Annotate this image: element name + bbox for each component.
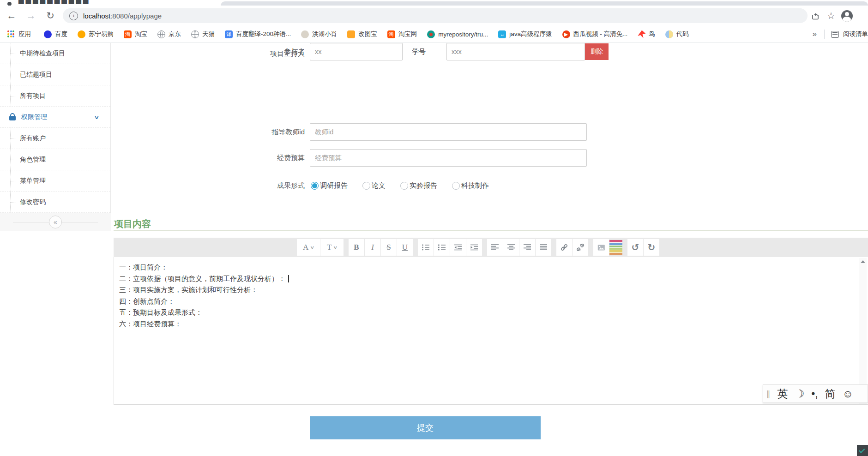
outcome-option[interactable]: 调研报告: [311, 181, 348, 190]
bookmark-label: 天猫: [202, 30, 215, 38]
editor-line: 一：项目简介：: [119, 262, 854, 273]
bookmark-label: java高级程序猿: [509, 30, 552, 38]
ime-mode-icon[interactable]: •,: [811, 389, 818, 399]
radio-icon[interactable]: [362, 182, 370, 190]
bookmark-item[interactable]: 京东: [157, 30, 181, 38]
sidebar-item[interactable]: 菜单管理 ∨: [0, 170, 110, 192]
italic-button[interactable]: I: [365, 239, 380, 256]
outcome-option[interactable]: 实验报告: [400, 181, 437, 190]
sidebar-item[interactable]: 所有项目 ∨: [0, 85, 110, 107]
bookmarks-overflow-chevron[interactable]: »: [813, 30, 817, 39]
ime-mode-icon[interactable]: 英: [778, 389, 788, 399]
redo-icon[interactable]: ↻: [644, 239, 659, 256]
bookmark-list: 百度 苏宁易购 淘 淘宝 京东 天猫 译 百: [34, 30, 689, 38]
reload-button[interactable]: ↻: [42, 8, 58, 24]
teacher-id-input[interactable]: [310, 123, 587, 141]
indent-icon[interactable]: [466, 239, 482, 256]
bookmark-item[interactable]: myrepository/tru...: [427, 30, 488, 38]
submit-button[interactable]: 提交: [310, 416, 541, 439]
sidebar-item[interactable]: 所有账户 ∨: [0, 128, 110, 149]
ime-mode-icon[interactable]: ☽: [795, 389, 805, 399]
ime-drag-handle[interactable]: ∥: [766, 389, 771, 399]
editor-content[interactable]: 一：项目简介： 二：立项依据（项目的意义，前期工作及现状分析）： 三：项目实施方…: [114, 257, 868, 405]
bookmark-item[interactable]: 改图宝: [347, 30, 377, 38]
align-left-icon[interactable]: [487, 239, 503, 256]
underline-button[interactable]: U: [397, 239, 413, 256]
outcome-option-label: 调研报告: [320, 181, 348, 190]
tab-strip-background: [221, 1, 868, 6]
reading-list-icon[interactable]: [831, 31, 839, 38]
align-right-icon[interactable]: [519, 239, 535, 256]
ime-mode-icon[interactable]: ☺: [843, 389, 853, 399]
bookmark-favicon: [191, 30, 199, 38]
bookmark-item[interactable]: 代码: [665, 30, 689, 38]
bookmark-apps-label[interactable]: 应用: [18, 30, 31, 38]
bookmark-item[interactable]: ▶ 西瓜视频 - 高清免...: [562, 30, 628, 38]
radio-icon[interactable]: [311, 182, 319, 190]
bookmark-item[interactable]: ᴗ java高级程序猿: [498, 30, 552, 38]
bullet-list-icon[interactable]: [418, 239, 434, 256]
radio-icon[interactable]: [400, 182, 408, 190]
bookmark-item[interactable]: 淘 淘宝网: [387, 30, 417, 38]
ime-toolbar[interactable]: ∥ 英☽•,简☺: [763, 384, 868, 403]
bookmark-item[interactable]: 译 百度翻译-200种语...: [225, 30, 291, 38]
collapse-icon[interactable]: «: [49, 216, 62, 228]
corner-widget-icon[interactable]: [857, 445, 868, 456]
participant-row: 参与者 学号 删除: [111, 43, 609, 60]
participant-name-input[interactable]: [310, 43, 403, 60]
browser-tab[interactable]: ▆▆▆▆▆▆▆▆▆▆: [0, 0, 217, 6]
budget-input[interactable]: [310, 149, 587, 167]
bookmark-item[interactable]: 鸟: [638, 30, 655, 38]
url-text: localhost:8080/applypage: [83, 12, 162, 20]
sidebar-item-label: 权限管理: [21, 113, 47, 121]
bookmark-favicon: [427, 30, 435, 38]
bookmark-item[interactable]: 淘 淘宝: [124, 30, 147, 38]
sidebar-item[interactable]: 中期待检查项目 ∨: [0, 43, 110, 64]
apps-grid-icon[interactable]: [7, 30, 15, 38]
forward-button[interactable]: →: [23, 8, 39, 24]
outcome-option[interactable]: 科技制作: [452, 181, 489, 190]
numbered-list-icon[interactable]: [434, 239, 450, 256]
reading-list-label[interactable]: 阅读清单: [843, 30, 868, 38]
link-icon[interactable]: [556, 239, 572, 256]
sidebar-item[interactable]: 权限管理 ∨: [0, 107, 110, 128]
ime-mode-icon[interactable]: 简: [825, 389, 836, 399]
strikethrough-button[interactable]: S: [381, 239, 397, 256]
sidebar-item-label: 所有项目: [20, 92, 46, 100]
bookmark-favicon: [665, 30, 673, 38]
bookmark-item[interactable]: 天猫: [191, 30, 215, 38]
scroll-up-arrow[interactable]: [861, 260, 865, 263]
profile-avatar[interactable]: [839, 8, 855, 24]
align-justify-icon[interactable]: [536, 239, 551, 256]
sidebar-item[interactable]: 角色管理 ∨: [0, 149, 110, 170]
bookmark-label: 鸟: [649, 30, 655, 38]
align-center-icon[interactable]: [503, 239, 519, 256]
back-button[interactable]: ←: [4, 8, 19, 24]
info-icon[interactable]: i: [69, 12, 78, 20]
undo-icon[interactable]: ↺: [627, 239, 643, 256]
bookmark-star-icon[interactable]: ☆: [823, 8, 839, 24]
address-bar[interactable]: i localhost:8080/applypage: [63, 8, 808, 23]
bookmark-item[interactable]: 洪湖小肖: [301, 30, 337, 38]
apply-form: 项目主持人 admin 参与者 学号 参与者 学号 删除 指导教师id: [111, 43, 868, 456]
bold-button[interactable]: B: [349, 239, 364, 256]
insert-image-icon[interactable]: [593, 239, 609, 256]
sidebar-collapse-bar[interactable]: «: [0, 213, 111, 231]
bookmark-item[interactable]: 苏宁易购: [78, 30, 114, 38]
unlink-icon[interactable]: [573, 239, 588, 256]
radio-icon[interactable]: [452, 182, 460, 190]
outdent-icon[interactable]: [450, 239, 466, 256]
outcome-option[interactable]: 论文: [362, 181, 386, 190]
font-family-button[interactable]: A∨: [297, 239, 320, 256]
editor-scrollbar[interactable]: [859, 258, 867, 404]
sidebar-item[interactable]: 已结题项目 ∨: [0, 64, 110, 85]
text-color-palette-icon[interactable]: [609, 240, 622, 255]
font-size-button[interactable]: T∨: [320, 239, 344, 256]
bookmark-item[interactable]: 百度: [44, 30, 67, 38]
sidebar-item[interactable]: 修改密码 ∨: [0, 192, 110, 213]
delete-participant-button[interactable]: 删除: [585, 43, 609, 60]
bookmark-favicon: [157, 30, 165, 38]
sidebar-item-label: 修改密码: [20, 198, 46, 206]
student-id-input[interactable]: [446, 43, 585, 60]
share-icon[interactable]: [808, 8, 823, 24]
